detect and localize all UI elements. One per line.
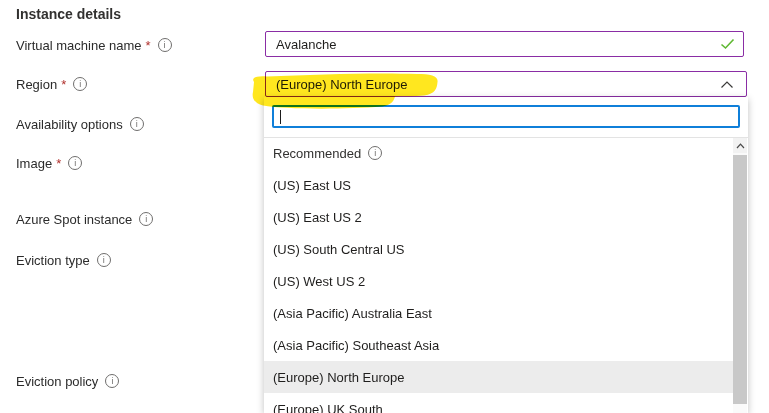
virtual-machine-name-input[interactable] <box>276 37 714 52</box>
region-search-field <box>272 105 740 128</box>
field-label-region: Region * <box>16 76 87 92</box>
field-label-text: Region <box>16 77 57 92</box>
field-label-text: Virtual machine name <box>16 38 142 53</box>
field-label-availability-options: Availability options <box>16 116 144 132</box>
field-label-text: Image <box>16 156 52 171</box>
field-label-virtual-machine-name: Virtual machine name * <box>16 37 172 53</box>
field-label-eviction-type: Eviction type <box>16 252 111 268</box>
info-icon[interactable] <box>73 77 87 91</box>
field-label-text: Availability options <box>16 117 123 132</box>
region-select[interactable]: (Europe) North Europe <box>265 71 747 97</box>
info-icon[interactable] <box>368 146 382 160</box>
field-label-text: Eviction policy <box>16 374 98 389</box>
instance-details-form: Instance details Virtual machine name * … <box>0 0 769 413</box>
region-option-selected[interactable]: (Europe) North Europe <box>264 361 733 393</box>
field-label-text: Azure Spot instance <box>16 212 132 227</box>
region-option[interactable]: (Europe) UK South <box>264 393 733 413</box>
info-icon[interactable] <box>139 212 153 226</box>
region-option[interactable]: (US) East US <box>264 169 733 201</box>
region-option[interactable]: (US) East US 2 <box>264 201 733 233</box>
chevron-up-icon <box>720 80 734 89</box>
field-label-text: Eviction type <box>16 253 90 268</box>
info-icon[interactable] <box>97 253 111 267</box>
region-option[interactable]: (Asia Pacific) Southeast Asia <box>264 329 733 361</box>
required-asterisk: * <box>56 156 61 171</box>
region-dropdown-panel: Recommended (US) East US (US) East US 2 … <box>264 97 748 413</box>
region-option[interactable]: (Asia Pacific) Australia East <box>264 297 733 329</box>
required-asterisk: * <box>146 38 151 53</box>
scrollbar-up-icon[interactable] <box>733 138 747 153</box>
dropdown-scrollbar[interactable] <box>733 138 747 413</box>
region-option[interactable]: (US) West US 2 <box>264 265 733 297</box>
field-label-image: Image * <box>16 155 82 171</box>
info-icon[interactable] <box>105 374 119 388</box>
info-icon[interactable] <box>158 38 172 52</box>
field-label-eviction-policy: Eviction policy <box>16 373 119 389</box>
required-asterisk: * <box>61 77 66 92</box>
region-option[interactable]: (US) South Central US <box>264 233 733 265</box>
region-selected-value: (Europe) North Europe <box>276 77 720 92</box>
region-search-input[interactable] <box>281 109 732 124</box>
scrollbar-thumb[interactable] <box>733 155 747 404</box>
info-icon[interactable] <box>130 117 144 131</box>
page-title: Instance details <box>16 6 121 22</box>
valid-checkmark-icon <box>720 38 735 50</box>
info-icon[interactable] <box>68 156 82 170</box>
virtual-machine-name-field <box>265 31 744 57</box>
region-group-header: Recommended <box>264 137 733 169</box>
field-label-azure-spot-instance: Azure Spot instance <box>16 211 153 227</box>
